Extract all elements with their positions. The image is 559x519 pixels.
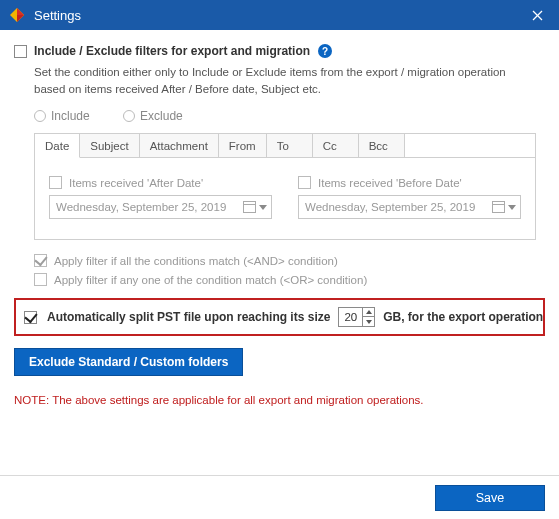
tab-cc[interactable]: Cc	[313, 134, 359, 158]
chevron-down-icon	[508, 205, 516, 210]
svg-marker-2	[17, 15, 24, 22]
tab-label: Attachment	[150, 140, 208, 152]
include-radio[interactable]: Include	[34, 109, 90, 123]
chevron-down-icon	[366, 320, 372, 324]
chevron-up-icon	[366, 310, 372, 314]
after-date-checkbox[interactable]	[49, 176, 62, 189]
titlebar: Settings	[0, 0, 559, 30]
before-date-column: Items received 'Before Date' Wednesday, …	[298, 176, 521, 219]
after-date-column: Items received 'After Date' Wednesday, S…	[49, 176, 272, 219]
auto-split-suffix: GB, for the export operation	[383, 310, 543, 324]
before-date-checkbox[interactable]	[298, 176, 311, 189]
after-date-label: Items received 'After Date'	[69, 177, 203, 189]
close-icon	[532, 10, 543, 21]
before-date-label: Items received 'Before Date'	[318, 177, 462, 189]
spin-down[interactable]	[362, 317, 374, 326]
auto-split-row: Automatically split PST file upon reachi…	[14, 298, 545, 336]
or-condition-label: Apply filter if any one of the condition…	[54, 274, 367, 286]
tab-attachment[interactable]: Attachment	[140, 134, 219, 158]
split-size-value: 20	[339, 311, 362, 323]
filters-heading-row: Include / Exclude filters for export and…	[14, 44, 545, 58]
auto-split-checkbox[interactable]	[24, 311, 37, 324]
before-date-value: Wednesday, September 25, 2019	[305, 201, 475, 213]
exclude-label: Exclude	[140, 109, 183, 123]
filters-description: Set the condition either only to Include…	[34, 64, 534, 97]
tab-label: From	[229, 140, 256, 152]
app-icon	[8, 6, 26, 24]
footer: Save	[0, 475, 559, 519]
chevron-down-icon	[259, 205, 267, 210]
tab-body: Items received 'After Date' Wednesday, S…	[35, 158, 535, 239]
tab-label: Date	[45, 140, 69, 152]
tab-from[interactable]: From	[219, 134, 267, 158]
save-label: Save	[476, 491, 505, 505]
auto-split-prefix: Automatically split PST file upon reachi…	[47, 310, 330, 324]
tab-date[interactable]: Date	[35, 134, 80, 158]
include-exclude-radios: Include Exclude	[34, 109, 545, 125]
tab-label: Cc	[323, 140, 337, 152]
conditions-block: Apply filter if all the conditions match…	[34, 254, 545, 286]
calendar-icon	[243, 201, 256, 213]
tab-subject[interactable]: Subject	[80, 134, 139, 158]
after-date-input[interactable]: Wednesday, September 25, 2019	[49, 195, 272, 219]
tabs: Date Subject Attachment From To Cc Bcc	[35, 134, 535, 158]
exclude-folders-label: Exclude Standard / Custom folders	[29, 355, 228, 369]
radio-icon	[123, 110, 135, 122]
filters-checkbox[interactable]	[14, 45, 27, 58]
or-condition-checkbox[interactable]	[34, 273, 47, 286]
spinner	[362, 308, 374, 326]
tab-bcc[interactable]: Bcc	[359, 134, 405, 158]
tab-label: Subject	[90, 140, 128, 152]
tab-panel: Date Subject Attachment From To Cc Bcc I…	[34, 133, 536, 240]
radio-icon	[34, 110, 46, 122]
tab-label: Bcc	[369, 140, 388, 152]
calendar-icon	[492, 201, 505, 213]
and-condition-label: Apply filter if all the conditions match…	[54, 255, 338, 267]
svg-marker-1	[17, 8, 24, 15]
save-button[interactable]: Save	[435, 485, 545, 511]
exclude-folders-button[interactable]: Exclude Standard / Custom folders	[14, 348, 243, 376]
tab-to[interactable]: To	[267, 134, 313, 158]
help-icon[interactable]: ?	[318, 44, 332, 58]
and-condition-checkbox[interactable]	[34, 254, 47, 267]
close-button[interactable]	[515, 0, 559, 30]
filters-heading: Include / Exclude filters for export and…	[34, 44, 310, 58]
after-date-value: Wednesday, September 25, 2019	[56, 201, 226, 213]
window-title: Settings	[34, 8, 515, 23]
note-text: NOTE: The above settings are applicable …	[14, 394, 545, 406]
before-date-input[interactable]: Wednesday, September 25, 2019	[298, 195, 521, 219]
include-label: Include	[51, 109, 90, 123]
tab-label: To	[277, 140, 289, 152]
split-size-input[interactable]: 20	[338, 307, 375, 327]
spin-up[interactable]	[362, 308, 374, 317]
exclude-radio[interactable]: Exclude	[123, 109, 183, 123]
